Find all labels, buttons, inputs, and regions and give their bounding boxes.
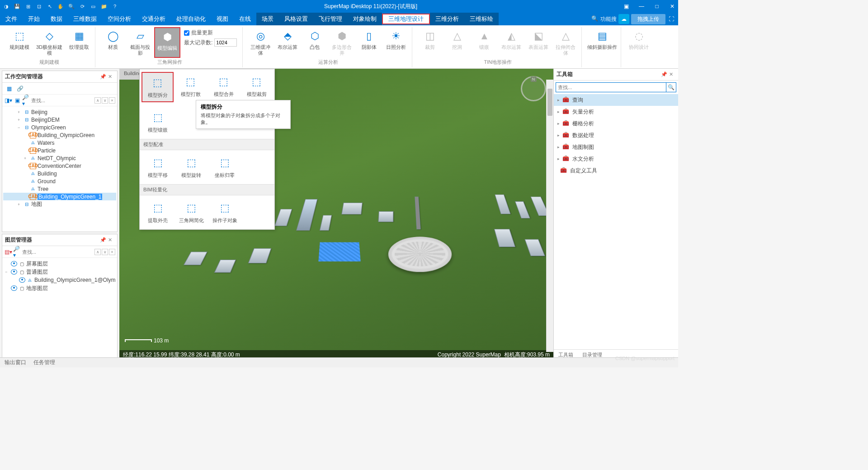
- toolbox-item[interactable]: ▸🧰水文分析: [554, 153, 678, 165]
- tree-item[interactable]: +⩓NetDT_Olympic: [3, 154, 116, 162]
- dropdown-item[interactable]: ⬚操作子对象: [208, 198, 241, 227]
- folder-icon[interactable]: 📁: [100, 3, 108, 10]
- toolbox-list[interactable]: ▸🧰查询▸🧰矢量分析▸🧰栅格分析▸🧰数据处理▸🧰地图制图▸🧰水文分析🧰自定义工具: [554, 94, 678, 349]
- rule-modeling-button[interactable]: ⬚规则建模: [6, 27, 33, 58]
- workspace-search-input[interactable]: [31, 96, 94, 105]
- close-panel-icon[interactable]: ✕: [108, 74, 114, 80]
- scrollbar[interactable]: [546, 80, 553, 352]
- toolbox-item[interactable]: ▸🧰查询: [554, 94, 678, 106]
- menu-3ddata[interactable]: 三维数据: [68, 13, 102, 25]
- toolbox-search-input[interactable]: [556, 82, 666, 92]
- menu-view[interactable]: 视图: [211, 13, 234, 25]
- menu-3danalysis[interactable]: 三维分析: [430, 13, 464, 25]
- search-placeholder[interactable]: 功能搜: [600, 15, 617, 23]
- ribbon-toggle-icon[interactable]: ▣: [623, 3, 629, 9]
- tree-item[interactable]: +⊟Beijing: [3, 108, 116, 116]
- dropdown-item[interactable]: ⬚模型旋转: [175, 153, 208, 181]
- tree-item[interactable]: +⊟BeijingDEM: [3, 116, 116, 123]
- zoom-icon[interactable]: 🔍: [68, 3, 75, 10]
- nav-up-icon[interactable]: ∧: [94, 97, 101, 104]
- tree-item[interactable]: CADBuilding_OlympicGreen_1: [3, 193, 116, 200]
- menu-file[interactable]: 文件: [0, 13, 23, 25]
- pin-icon[interactable]: 📌: [100, 237, 106, 243]
- help-icon[interactable]: ?: [111, 3, 118, 10]
- fullscreen-icon[interactable]: ⛶: [667, 15, 675, 23]
- section-projection-button[interactable]: ▱截面与投影: [127, 27, 153, 58]
- output-window-tab[interactable]: 输出窗口: [5, 359, 26, 366]
- material-button[interactable]: ◯材质: [100, 27, 126, 58]
- cloud-icon[interactable]: ☁: [618, 14, 629, 24]
- texture-extract-button[interactable]: ▦纹理提取: [66, 27, 92, 58]
- pin-icon[interactable]: 📌: [100, 74, 106, 80]
- tree-item[interactable]: ⩓Building: [3, 170, 116, 177]
- layer-item[interactable]: ⩓Building_OlympicGreen_1@Olym: [3, 276, 116, 284]
- tree-item[interactable]: ⩓Waters: [3, 139, 116, 147]
- shadow-volume-button[interactable]: ▯阴影体: [356, 27, 382, 58]
- dropdown-item[interactable]: ⬚模型镶嵌: [142, 108, 174, 136]
- dropdown-item[interactable]: ⬚模型打散: [175, 72, 207, 102]
- new-icon[interactable]: ⊞: [24, 3, 32, 10]
- menu-data[interactable]: 数据: [45, 13, 68, 25]
- close-panel-icon[interactable]: ✕: [669, 71, 675, 78]
- dropdown-item[interactable]: ⬚坐标归零: [208, 153, 241, 181]
- menu-3dplot[interactable]: 三维标绘: [464, 13, 499, 25]
- save-icon[interactable]: 💾: [14, 3, 21, 10]
- 3d-buffer-button[interactable]: ◎三维缓冲体: [247, 27, 274, 58]
- menu-online[interactable]: 在线: [234, 13, 256, 25]
- max-records-input[interactable]: [214, 38, 237, 47]
- ws-link-icon[interactable]: 🔗: [16, 85, 24, 93]
- 3d-polar-modeling-button[interactable]: ◇3D极坐标建模: [33, 27, 65, 58]
- search-icon[interactable]: 🔍: [591, 15, 599, 23]
- dropdown-item[interactable]: ⬚模型拆分: [142, 72, 174, 102]
- boolean-button[interactable]: ⬘布尔运算: [274, 27, 301, 58]
- sunlight-button[interactable]: ☀日照分析: [383, 27, 409, 58]
- dropdown-item[interactable]: ⬚模型合并: [208, 72, 240, 102]
- tree-collapse-icon[interactable]: ▣: [13, 96, 21, 104]
- open-icon[interactable]: ⊡: [35, 3, 42, 10]
- mosaic-button[interactable]: ▲镶嵌: [471, 27, 497, 58]
- close-panel-icon[interactable]: ✕: [108, 237, 114, 243]
- menu-traffic[interactable]: 交通分析: [137, 13, 171, 25]
- nav-down-icon[interactable]: ∨: [102, 249, 108, 255]
- menu-3d-geo-design[interactable]: 三维地理设计: [382, 14, 430, 24]
- pin-icon[interactable]: 📌: [661, 71, 667, 78]
- nav-down-icon[interactable]: ∨: [102, 97, 108, 104]
- polygon-merge-button[interactable]: ⬢多边形合并: [329, 27, 355, 58]
- minimize-icon[interactable]: —: [638, 3, 645, 9]
- toolbox-item[interactable]: ▸🧰地图制图: [554, 141, 678, 153]
- tin-boolean-button[interactable]: ◭布尔运算: [498, 27, 524, 58]
- dropdown-item[interactable]: ⬚提取外壳: [142, 198, 174, 227]
- filter-icon[interactable]: 🔎▾: [22, 96, 30, 104]
- extent-icon[interactable]: ▭: [90, 3, 97, 10]
- ws-new-icon[interactable]: ▦: [5, 85, 13, 93]
- layer-item[interactable]: ▢地形图层: [3, 284, 116, 292]
- toolbox-item[interactable]: ▸🧰数据处理: [554, 129, 678, 141]
- maximize-icon[interactable]: □: [654, 3, 660, 9]
- menu-scene[interactable]: 场景: [256, 13, 279, 25]
- collab-button[interactable]: ◌协同设计: [626, 27, 652, 52]
- tree-add-icon[interactable]: ◨▾: [4, 96, 12, 104]
- clip-button[interactable]: ◫裁剪: [417, 27, 443, 58]
- menu-flight[interactable]: 飞行管理: [313, 13, 348, 25]
- layer-item[interactable]: −▢普通图层: [3, 268, 116, 276]
- tree-item[interactable]: +⊟地图: [3, 200, 116, 208]
- layer-filter-icon[interactable]: 🔎▾: [13, 248, 21, 256]
- dropdown-item[interactable]: ⬚三角网简化: [175, 198, 208, 227]
- search-go-icon[interactable]: 🔍: [666, 82, 676, 92]
- layer-tree[interactable]: ▢屏幕图层−▢普通图层⩓Building_OlympicGreen_1@Olym…: [2, 258, 117, 358]
- toolbox-item[interactable]: ▸🧰栅格分析: [554, 118, 678, 129]
- pointer-icon[interactable]: ↖: [46, 3, 53, 10]
- nav-up-icon[interactable]: ∧: [94, 249, 101, 255]
- layer-search-input[interactable]: [22, 247, 94, 256]
- dig-button[interactable]: △挖洞: [444, 27, 470, 58]
- menu-start[interactable]: 开始: [23, 13, 45, 25]
- refresh-icon[interactable]: ⟳: [79, 3, 86, 10]
- oblique-photo-button[interactable]: ▤倾斜摄影操作: [586, 27, 618, 52]
- compass-widget[interactable]: [521, 76, 546, 101]
- dropdown-item[interactable]: ⬚模型裁剪: [241, 72, 273, 102]
- tree-item[interactable]: CADBuilding_OlympicGreen: [3, 131, 116, 139]
- tree-item[interactable]: CADParticle: [3, 147, 116, 154]
- upload-button[interactable]: 拖拽上传: [631, 14, 665, 24]
- menu-style[interactable]: 风格设置: [279, 13, 313, 25]
- extrude-button[interactable]: △拉伸闭合体: [552, 27, 579, 58]
